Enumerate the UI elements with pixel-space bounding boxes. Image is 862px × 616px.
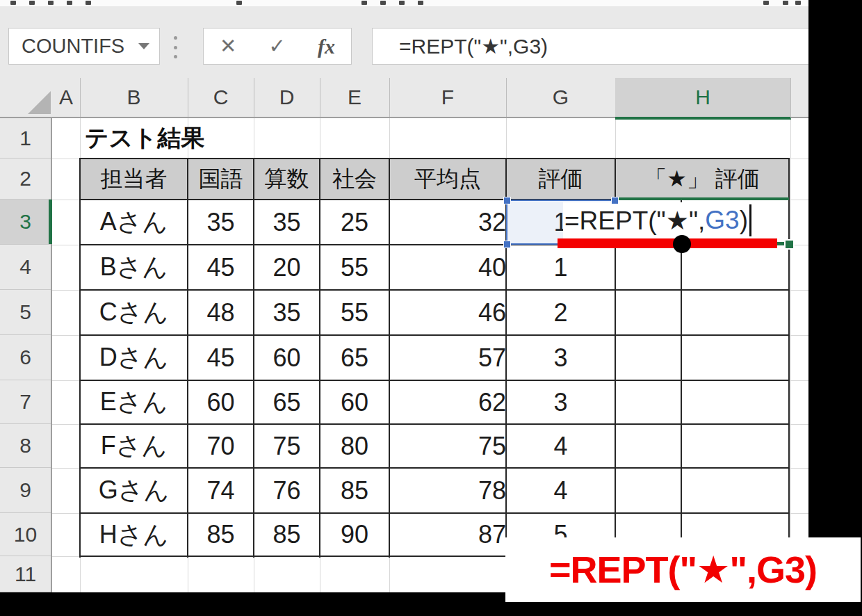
ribbon-fragment [29, 1, 35, 5]
column-header-e[interactable]: E [320, 78, 390, 117]
enter-icon[interactable]: ✓ [269, 36, 286, 56]
cell-h3-editing-formula[interactable]: =REPT("★", G3 ) [563, 202, 753, 238]
formula-bar-input[interactable]: =REPT("★",G3) [372, 28, 811, 65]
chevron-down-icon[interactable] [138, 43, 149, 49]
table-cell[interactable]: 4 [506, 424, 615, 468]
ribbon-fragment [86, 1, 91, 5]
table-cell[interactable]: 60 [254, 335, 320, 380]
table-cell[interactable]: Hさん [80, 513, 188, 556]
table-cell[interactable]: 3 [506, 335, 615, 380]
table-cell[interactable]: 75 [254, 424, 320, 468]
table-cell[interactable]: 2 [506, 290, 615, 335]
reference-handle-icon[interactable] [503, 197, 511, 204]
table-cell[interactable]: 46 [389, 290, 514, 335]
gridline-vertical [790, 118, 791, 592]
table-header-cell[interactable]: 平均点 [389, 159, 506, 200]
table-cell[interactable]: 55 [320, 245, 389, 290]
ribbon-fragment [48, 1, 54, 5]
row-header-7[interactable]: 7 [0, 380, 51, 424]
table-cell[interactable]: Bさん [80, 245, 188, 290]
column-header-a[interactable]: A [52, 78, 81, 117]
table-cell[interactable]: Eさん [80, 380, 188, 424]
table-cell[interactable]: Aさん [80, 200, 188, 245]
fill-handle-icon[interactable] [784, 239, 795, 250]
table-header-cell[interactable]: 社会 [320, 159, 389, 200]
table-cell[interactable]: 40 [389, 245, 514, 290]
table-cell[interactable]: 45 [188, 245, 254, 290]
excel-window: COUNTIFS ✕ ✓ fx =REPT("★",G3) ABCDEFGH 1… [0, 0, 862, 616]
formula-text-reference: G3 [705, 206, 739, 235]
reference-handle-icon[interactable] [611, 197, 619, 204]
table-header-cell[interactable]: 評価 [506, 159, 615, 200]
table-cell[interactable]: 80 [320, 424, 389, 468]
black-crop-band-right [808, 0, 862, 616]
table-cell[interactable]: 62 [389, 380, 514, 424]
table-cell[interactable]: 3 [506, 380, 615, 424]
table-header-cell[interactable]: 「★」 評価 [615, 159, 789, 200]
ribbon-fragment [67, 1, 72, 5]
table-cell[interactable]: 85 [320, 468, 389, 513]
table-cell[interactable]: 35 [254, 200, 320, 245]
row-header-3[interactable]: 3 [0, 200, 51, 245]
column-header-c[interactable]: C [188, 78, 254, 117]
ribbon-cutoff-strip [0, 0, 808, 6]
ribbon-fragment [10, 1, 16, 5]
row-header-2[interactable]: 2 [0, 159, 51, 200]
table-header-cell[interactable]: 算数 [254, 159, 320, 200]
row-header-8[interactable]: 8 [0, 424, 51, 468]
row-header-10[interactable]: 10 [0, 513, 51, 556]
table-cell[interactable]: 78 [389, 468, 514, 513]
column-header-h[interactable]: H [615, 78, 791, 120]
row-header-5[interactable]: 5 [0, 290, 51, 335]
name-box-value: COUNTIFS [9, 35, 138, 58]
table-border-vertical [681, 200, 682, 558]
table-cell[interactable]: 85 [254, 513, 320, 556]
cell-b1-title[interactable]: テスト結果 [85, 118, 293, 159]
table-cell[interactable]: 60 [188, 380, 254, 424]
pointer-dot-annotation [673, 235, 691, 253]
table-cell[interactable]: 4 [506, 468, 615, 513]
table-cell[interactable]: 85 [188, 513, 254, 556]
table-cell[interactable]: Dさん [80, 335, 188, 380]
table-cell[interactable]: 20 [254, 245, 320, 290]
table-header-cell[interactable]: 国語 [188, 159, 254, 200]
row-header-9[interactable]: 9 [0, 468, 51, 513]
formula-bar-text: =REPT("★",G3) [373, 34, 548, 58]
insert-function-icon[interactable]: fx [318, 36, 335, 57]
reference-handle-icon[interactable] [503, 241, 511, 248]
ribbon-fragment [795, 1, 801, 5]
table-header-cell[interactable]: 担当者 [80, 159, 188, 200]
row-header-1[interactable]: 1 [0, 118, 51, 159]
table-cell[interactable]: 87 [389, 513, 514, 556]
row-header-11[interactable]: 11 [0, 556, 51, 592]
table-cell[interactable]: 45 [188, 335, 254, 380]
table-cell[interactable]: 55 [320, 290, 389, 335]
column-header-d[interactable]: D [254, 78, 320, 117]
table-cell[interactable]: 25 [320, 200, 389, 245]
table-cell[interactable]: Cさん [80, 290, 188, 335]
table-cell[interactable]: 75 [389, 424, 514, 468]
table-cell[interactable]: 60 [320, 380, 389, 424]
table-cell[interactable]: 90 [320, 513, 389, 556]
row-header-6[interactable]: 6 [0, 335, 51, 380]
table-cell[interactable]: 65 [320, 335, 389, 380]
table-cell[interactable]: Gさん [80, 468, 188, 513]
table-cell[interactable]: 57 [389, 335, 514, 380]
table-cell[interactable]: 70 [188, 424, 254, 468]
table-cell[interactable]: 48 [188, 290, 254, 335]
table-cell[interactable]: 35 [188, 200, 254, 245]
select-all-corner[interactable] [28, 91, 51, 114]
table-cell[interactable]: 65 [254, 380, 320, 424]
table-cell[interactable]: Fさん [80, 424, 188, 468]
table-cell[interactable]: 32 [389, 200, 514, 245]
row-header-4[interactable]: 4 [0, 245, 51, 290]
name-box[interactable]: COUNTIFS [8, 28, 160, 65]
table-cell[interactable]: 76 [254, 468, 320, 513]
cancel-icon[interactable]: ✕ [220, 36, 236, 56]
table-cell[interactable]: 1 [506, 245, 615, 290]
column-header-g[interactable]: G [506, 78, 616, 117]
column-header-b[interactable]: B [80, 78, 188, 117]
column-header-f[interactable]: F [389, 78, 507, 117]
table-cell[interactable]: 74 [188, 468, 254, 513]
table-cell[interactable]: 35 [254, 290, 320, 335]
